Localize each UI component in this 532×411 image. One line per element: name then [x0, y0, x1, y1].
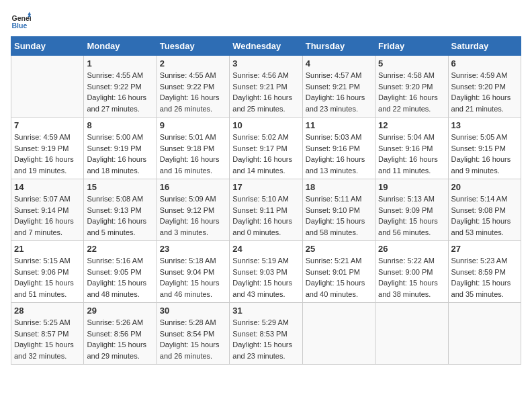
day-info: Sunrise: 4:59 AMSunset: 9:20 PMDaylight:…	[451, 70, 518, 114]
day-info: Sunrise: 5:22 AMSunset: 9:00 PMDaylight:…	[378, 255, 445, 300]
day-info: Sunrise: 5:04 AMSunset: 9:16 PMDaylight:…	[378, 132, 445, 176]
day-info: Sunrise: 5:21 AMSunset: 9:01 PMDaylight:…	[306, 255, 372, 300]
day-info: Sunrise: 5:29 AMSunset: 8:53 PMDaylight:…	[232, 317, 299, 361]
day-info: Sunrise: 5:00 AMSunset: 9:19 PMDaylight:…	[87, 132, 153, 176]
day-number: 29	[87, 306, 153, 316]
day-number: 20	[451, 182, 518, 192]
day-info: Sunrise: 5:09 AMSunset: 9:12 PMDaylight:…	[160, 193, 226, 238]
week-row-2: 7Sunrise: 4:59 AMSunset: 9:19 PMDaylight…	[11, 118, 521, 179]
day-number: 17	[232, 182, 299, 192]
day-info: Sunrise: 5:08 AMSunset: 9:13 PMDaylight:…	[87, 193, 153, 238]
day-info: Sunrise: 5:23 AMSunset: 8:59 PMDaylight:…	[451, 255, 518, 300]
day-info: Sunrise: 5:13 AMSunset: 9:09 PMDaylight:…	[378, 193, 445, 238]
day-number: 11	[306, 120, 372, 130]
day-number: 4	[306, 58, 372, 68]
day-cell: 18Sunrise: 5:11 AMSunset: 9:10 PMDayligh…	[302, 179, 375, 241]
day-cell	[302, 303, 375, 365]
header-cell-thursday: Thursday	[302, 37, 375, 56]
day-number: 30	[160, 306, 226, 316]
day-info: Sunrise: 5:02 AMSunset: 9:17 PMDaylight:…	[232, 132, 299, 176]
day-number: 23	[160, 244, 226, 254]
day-info: Sunrise: 5:14 AMSunset: 9:08 PMDaylight:…	[451, 193, 518, 238]
day-cell: 8Sunrise: 5:00 AMSunset: 9:19 PMDaylight…	[84, 118, 157, 179]
day-cell: 31Sunrise: 5:29 AMSunset: 8:53 PMDayligh…	[230, 303, 302, 365]
day-cell: 12Sunrise: 5:04 AMSunset: 9:16 PMDayligh…	[375, 118, 448, 179]
day-info: Sunrise: 5:10 AMSunset: 9:11 PMDaylight:…	[232, 193, 299, 238]
header-cell-saturday: Saturday	[448, 37, 521, 56]
header: General Blue	[11, 11, 521, 31]
day-cell: 5Sunrise: 4:58 AMSunset: 9:20 PMDaylight…	[375, 56, 448, 118]
day-number: 26	[378, 244, 445, 254]
day-info: Sunrise: 5:01 AMSunset: 9:18 PMDaylight:…	[160, 132, 226, 176]
day-info: Sunrise: 4:55 AMSunset: 9:22 PMDaylight:…	[160, 70, 226, 114]
day-cell: 1Sunrise: 4:55 AMSunset: 9:22 PMDaylight…	[84, 56, 157, 118]
day-cell: 29Sunrise: 5:26 AMSunset: 8:56 PMDayligh…	[84, 303, 157, 365]
day-number: 13	[451, 120, 518, 130]
day-number: 19	[378, 182, 445, 192]
day-info: Sunrise: 5:26 AMSunset: 8:56 PMDaylight:…	[87, 317, 153, 361]
week-row-3: 14Sunrise: 5:07 AMSunset: 9:14 PMDayligh…	[11, 179, 521, 241]
day-number: 24	[232, 244, 299, 254]
day-cell: 21Sunrise: 5:15 AMSunset: 9:06 PMDayligh…	[11, 241, 84, 303]
day-cell: 19Sunrise: 5:13 AMSunset: 9:09 PMDayligh…	[375, 179, 448, 241]
day-number: 15	[87, 182, 153, 192]
day-info: Sunrise: 5:18 AMSunset: 9:04 PMDaylight:…	[160, 255, 226, 300]
day-cell: 17Sunrise: 5:10 AMSunset: 9:11 PMDayligh…	[230, 179, 302, 241]
day-cell	[375, 303, 448, 365]
day-number: 14	[14, 182, 81, 192]
day-number: 21	[14, 244, 81, 254]
day-cell: 4Sunrise: 4:57 AMSunset: 9:21 PMDaylight…	[302, 56, 375, 118]
header-cell-sunday: Sunday	[11, 37, 84, 56]
day-info: Sunrise: 4:59 AMSunset: 9:19 PMDaylight:…	[14, 132, 81, 176]
calendar-table: SundayMondayTuesdayWednesdayThursdayFrid…	[11, 36, 521, 365]
day-info: Sunrise: 5:19 AMSunset: 9:03 PMDaylight:…	[232, 255, 299, 300]
day-info: Sunrise: 4:55 AMSunset: 9:22 PMDaylight:…	[87, 70, 153, 114]
day-number: 3	[232, 58, 299, 68]
header-cell-monday: Monday	[84, 37, 157, 56]
logo-icon: General Blue	[11, 11, 31, 31]
day-cell	[448, 303, 521, 365]
day-cell: 7Sunrise: 4:59 AMSunset: 9:19 PMDaylight…	[11, 118, 84, 179]
day-info: Sunrise: 5:16 AMSunset: 9:05 PMDaylight:…	[87, 255, 153, 300]
day-cell: 3Sunrise: 4:56 AMSunset: 9:21 PMDaylight…	[230, 56, 302, 118]
logo: General Blue	[11, 11, 31, 31]
day-cell: 24Sunrise: 5:19 AMSunset: 9:03 PMDayligh…	[230, 241, 302, 303]
day-number: 1	[87, 58, 153, 68]
day-number: 7	[14, 120, 81, 130]
day-number: 10	[232, 120, 299, 130]
day-cell: 20Sunrise: 5:14 AMSunset: 9:08 PMDayligh…	[448, 179, 521, 241]
day-info: Sunrise: 5:11 AMSunset: 9:10 PMDaylight:…	[306, 193, 372, 238]
day-number: 9	[160, 120, 226, 130]
day-cell: 22Sunrise: 5:16 AMSunset: 9:05 PMDayligh…	[84, 241, 157, 303]
day-info: Sunrise: 5:03 AMSunset: 9:16 PMDaylight:…	[306, 132, 372, 176]
day-cell: 16Sunrise: 5:09 AMSunset: 9:12 PMDayligh…	[157, 179, 229, 241]
day-info: Sunrise: 5:07 AMSunset: 9:14 PMDaylight:…	[14, 193, 81, 238]
week-row-4: 21Sunrise: 5:15 AMSunset: 9:06 PMDayligh…	[11, 241, 521, 303]
day-cell: 27Sunrise: 5:23 AMSunset: 8:59 PMDayligh…	[448, 241, 521, 303]
day-number: 22	[87, 244, 153, 254]
day-number: 25	[306, 244, 372, 254]
day-info: Sunrise: 5:25 AMSunset: 8:57 PMDaylight:…	[14, 317, 81, 361]
day-info: Sunrise: 4:56 AMSunset: 9:21 PMDaylight:…	[232, 70, 299, 114]
day-number: 12	[378, 120, 445, 130]
header-cell-wednesday: Wednesday	[230, 37, 302, 56]
day-cell: 2Sunrise: 4:55 AMSunset: 9:22 PMDaylight…	[157, 56, 229, 118]
day-cell: 26Sunrise: 5:22 AMSunset: 9:00 PMDayligh…	[375, 241, 448, 303]
day-cell: 23Sunrise: 5:18 AMSunset: 9:04 PMDayligh…	[157, 241, 229, 303]
day-number: 18	[306, 182, 372, 192]
svg-text:Blue: Blue	[12, 21, 28, 30]
day-cell: 25Sunrise: 5:21 AMSunset: 9:01 PMDayligh…	[302, 241, 375, 303]
day-number: 8	[87, 120, 153, 130]
week-row-5: 28Sunrise: 5:25 AMSunset: 8:57 PMDayligh…	[11, 303, 521, 365]
day-number: 27	[451, 244, 518, 254]
day-cell: 6Sunrise: 4:59 AMSunset: 9:20 PMDaylight…	[448, 56, 521, 118]
day-number: 16	[160, 182, 226, 192]
day-cell: 14Sunrise: 5:07 AMSunset: 9:14 PMDayligh…	[11, 179, 84, 241]
day-cell: 11Sunrise: 5:03 AMSunset: 9:16 PMDayligh…	[302, 118, 375, 179]
day-info: Sunrise: 5:28 AMSunset: 8:54 PMDaylight:…	[160, 317, 226, 361]
day-info: Sunrise: 5:15 AMSunset: 9:06 PMDaylight:…	[14, 255, 81, 300]
day-cell: 9Sunrise: 5:01 AMSunset: 9:18 PMDaylight…	[157, 118, 229, 179]
day-number: 5	[378, 58, 445, 68]
day-number: 31	[232, 306, 299, 316]
day-cell: 10Sunrise: 5:02 AMSunset: 9:17 PMDayligh…	[230, 118, 302, 179]
